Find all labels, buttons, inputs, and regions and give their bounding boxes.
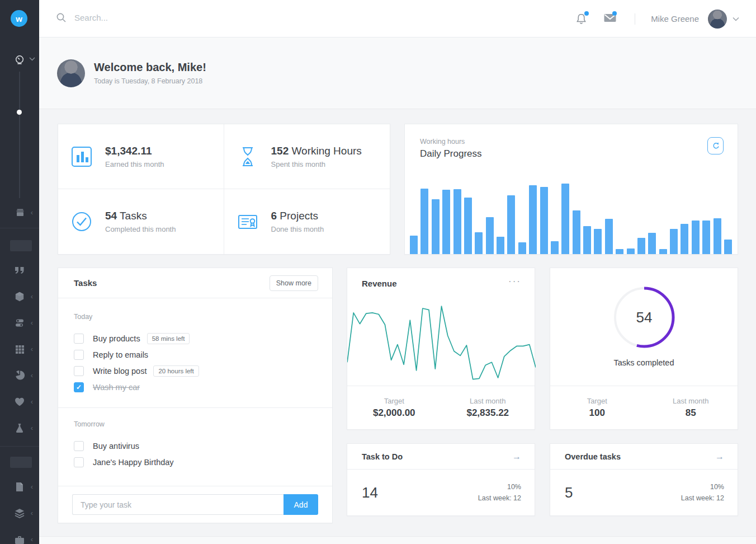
task-text[interactable]: Wash my car <box>93 383 140 392</box>
active-submenu-dot[interactable] <box>17 110 22 115</box>
bar <box>464 198 472 254</box>
task-text[interactable]: Reply to emails <box>93 350 148 359</box>
task-badge: 58 mins left <box>147 333 190 344</box>
page-title: Welcome back, Mike! <box>94 61 206 74</box>
chevron-left-icon[interactable]: ‹ <box>29 423 35 433</box>
task-checkbox[interactable] <box>74 457 84 467</box>
chevron-down-icon[interactable] <box>29 57 35 61</box>
sidebar-divider <box>0 446 39 447</box>
search-icon[interactable] <box>56 12 67 23</box>
show-more-button[interactable]: Show more <box>270 275 318 291</box>
chevron-left-icon[interactable]: ‹ <box>29 482 35 492</box>
stats-card: $1,342.11 Earned this month 152 Working … <box>58 124 390 255</box>
kpi-value: 5 <box>565 484 573 501</box>
chevron-down-icon[interactable] <box>733 17 739 21</box>
dashboard-icon[interactable] <box>15 55 25 65</box>
layers-icon[interactable] <box>15 508 25 518</box>
messages-button[interactable] <box>603 13 616 25</box>
stat-projects: 6 Projects Done this month <box>224 189 390 254</box>
topbar-divider <box>635 13 635 25</box>
bar <box>670 229 678 254</box>
stat-label: Earned this month <box>105 160 164 168</box>
stat-value: $1,342.11 <box>105 145 152 157</box>
chevron-left-icon[interactable]: ‹ <box>29 318 35 328</box>
bar <box>627 248 635 254</box>
refresh-button[interactable] <box>707 137 724 154</box>
bar <box>453 189 461 254</box>
daily-progress-bars <box>410 184 732 254</box>
bar <box>540 187 548 254</box>
search-input[interactable] <box>74 13 197 22</box>
new-task-input[interactable] <box>72 494 284 515</box>
kpi-last-week: Last week: 12 <box>681 494 724 502</box>
bar <box>714 218 721 254</box>
tasks-divider <box>58 407 332 408</box>
bar <box>497 237 504 255</box>
quote-icon[interactable] <box>15 265 25 275</box>
task-text[interactable]: Buy antivirus <box>93 442 139 451</box>
card-title: Revenue <box>362 279 397 288</box>
chevron-left-icon[interactable]: ‹ <box>29 508 35 518</box>
user-avatar[interactable] <box>708 10 727 29</box>
flask-icon[interactable] <box>15 423 25 433</box>
stat-working-hours: 152 Working Hours Spent this month <box>224 124 390 189</box>
page-subtitle: Today is Tuesday, 8 February 2018 <box>94 77 202 85</box>
task-checkbox-checked[interactable]: ✓ <box>74 382 84 392</box>
submenu-track <box>19 72 20 198</box>
arrow-right-icon[interactable]: → <box>715 452 724 462</box>
chevron-left-icon[interactable]: ‹ <box>29 397 35 407</box>
kpi-percent: 10% <box>710 483 724 491</box>
bar <box>507 195 515 254</box>
app-logo[interactable]: w <box>11 10 27 27</box>
target-value: $2,000.00 <box>373 407 415 419</box>
pie-chart-icon[interactable] <box>15 371 25 381</box>
task-checkbox[interactable] <box>74 350 84 360</box>
chevron-left-icon[interactable]: ‹ <box>29 534 35 544</box>
bar <box>420 189 428 254</box>
revenue-line-chart <box>347 301 536 386</box>
tasks-completed-footer: Target 100 Last month 85 <box>550 386 738 429</box>
document-icon[interactable] <box>15 482 25 492</box>
task-row-completed: ✓ Wash my car <box>74 379 316 395</box>
next-section-edge <box>39 536 756 544</box>
kpi-percent: 10% <box>507 483 521 491</box>
add-task-button[interactable]: Add <box>284 494 318 515</box>
bar <box>594 229 602 254</box>
bar <box>573 210 580 254</box>
task-checkbox[interactable] <box>74 366 84 376</box>
bar <box>486 217 494 254</box>
stat-earned: $1,342.11 Earned this month <box>58 124 224 189</box>
notification-dot <box>584 11 589 16</box>
chevron-left-icon[interactable]: ‹ <box>29 292 35 302</box>
task-text[interactable]: Jane's Happy Birthday <box>93 458 174 467</box>
chevron-left-icon[interactable]: ‹ <box>29 371 35 381</box>
bar <box>583 226 591 254</box>
task-checkbox[interactable] <box>74 334 84 344</box>
chevron-left-icon[interactable]: ‹ <box>29 344 35 354</box>
bar <box>561 184 569 254</box>
arrow-right-icon[interactable]: → <box>512 452 521 462</box>
user-name[interactable]: Mike Greene <box>651 14 699 24</box>
toggles-icon[interactable] <box>15 318 25 328</box>
sidebar-section-placeholder <box>10 457 32 468</box>
sidebar-section-placeholder <box>10 240 32 251</box>
task-text[interactable]: Buy products <box>93 334 140 343</box>
chevron-left-icon[interactable]: ‹ <box>29 208 35 218</box>
grid-icon[interactable] <box>15 344 25 354</box>
task-to-do-card: Task to Do → 14 10% Last week: 12 <box>347 443 535 516</box>
cube-icon[interactable] <box>15 292 25 302</box>
heart-icon[interactable] <box>15 397 25 407</box>
more-options-icon[interactable]: ··· <box>508 276 521 287</box>
bar <box>432 199 440 254</box>
message-dot <box>612 11 617 16</box>
tasks-completed-card: 54 Tasks completed Target 100 Last month… <box>550 268 738 430</box>
briefcase-icon[interactable] <box>15 534 25 544</box>
revenue-footer: Target $2,000.00 Last month $2,835.22 <box>347 386 535 429</box>
task-checkbox[interactable] <box>74 441 84 451</box>
archive-box-icon[interactable] <box>15 208 25 218</box>
task-text[interactable]: Write blog post <box>93 367 147 376</box>
notifications-button[interactable] <box>575 13 588 25</box>
stat-label: Done this month <box>271 225 324 233</box>
last-month-value: $2,835.22 <box>466 407 509 419</box>
bar <box>692 221 700 254</box>
